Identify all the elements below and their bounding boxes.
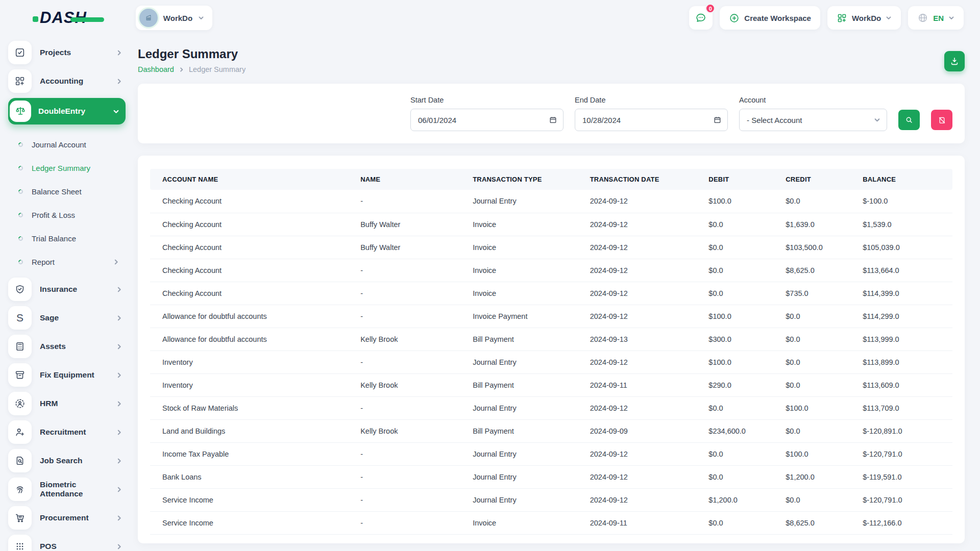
cell-transaction-date: 2024-09-11 (582, 511, 701, 534)
table-header-row: ACCOUNT NAME NAME TRANSACTION TYPE TRANS… (150, 169, 952, 190)
search-button[interactable] (898, 110, 920, 130)
cell-debit: $0.0 (700, 213, 777, 236)
cell-account-name: Checking Account (150, 213, 352, 236)
cell-name: - (352, 190, 464, 213)
cell-debit: $100.0 (700, 350, 777, 373)
chevron-right-icon (116, 78, 122, 85)
dots-grid-icon (8, 535, 32, 551)
cell-credit: $0.0 (777, 190, 854, 213)
cell-transaction-type: Journal Entry (464, 488, 582, 511)
sidebar-item-label: POS (40, 542, 116, 551)
building-icon (143, 13, 154, 23)
sidebar-subitem-ledger-summary[interactable]: Ledger Summary (8, 156, 126, 180)
sidebar-item-label: Job Search (40, 456, 116, 465)
sidebar-item-assets[interactable]: Assets (8, 335, 126, 358)
cart-icon (8, 506, 32, 530)
chevron-right-icon (116, 515, 122, 521)
messages-button[interactable]: 0 (689, 6, 713, 30)
cell-balance: $-120,791.0 (854, 442, 952, 465)
sidebar-item-procurement[interactable]: Procurement (8, 506, 126, 530)
cell-transaction-type: Invoice Payment (464, 305, 582, 328)
sidebar-subitem-trial-balance[interactable]: Trial Balance (8, 227, 126, 250)
table-row: Income Tax Payable - Journal Entry 2024-… (150, 442, 952, 465)
sidebar-item-label: Fix Equipment (40, 370, 116, 380)
start-date-label: Start Date (410, 96, 564, 104)
chevron-down-icon (874, 117, 880, 123)
sidebar-item-label: Accounting (40, 77, 116, 86)
account-select[interactable]: - Select Account (739, 109, 887, 131)
sidebar-subitem-journal-account[interactable]: Journal Account (8, 133, 126, 156)
end-date-input[interactable] (575, 109, 728, 131)
chevron-right-icon (113, 259, 119, 265)
sidebar-subitem-report[interactable]: Report (8, 250, 126, 273)
bullet-icon (17, 235, 24, 242)
chevron-right-icon (116, 49, 122, 56)
table-row: Bank Loans - Journal Entry 2024-09-12 $0… (150, 465, 952, 488)
sidebar-subitem-profit-loss[interactable]: Profit & Loss (8, 203, 126, 227)
cell-account-name: Income Tax Payable (150, 442, 352, 465)
account-field: Account - Select Account (739, 96, 887, 131)
sidebar-subitem-balance-sheet[interactable]: Balance Sheet (8, 180, 126, 203)
chevron-right-icon (116, 543, 122, 550)
sidebar-item-projects[interactable]: Projects (8, 41, 126, 64)
cell-transaction-type: Invoice (464, 213, 582, 236)
logo-green-bar (70, 17, 104, 22)
sidebar-item-doubleentry[interactable]: DoubleEntry (8, 98, 126, 124)
col-credit: CREDIT (777, 169, 854, 190)
cell-transaction-date: 2024-09-12 (582, 236, 701, 259)
cell-transaction-type: Journal Entry (464, 465, 582, 488)
sidebar-item-pos[interactable]: POS (8, 535, 126, 551)
cell-credit: $8,625.0 (777, 259, 854, 282)
cell-balance: $-119,591.0 (854, 465, 952, 488)
cell-debit: $0.0 (700, 259, 777, 282)
cell-account-name: Checking Account (150, 282, 352, 305)
cell-credit: $100.0 (777, 396, 854, 419)
sidebar-subitem-label: Ledger Summary (32, 164, 126, 172)
sidebar-item-sage[interactable]: S Sage (8, 306, 126, 330)
workspace-selector[interactable]: WorkDo (136, 6, 212, 30)
chevron-right-icon (116, 343, 122, 350)
cell-name: Kelly Brook (352, 373, 464, 396)
cell-transaction-type: Bill Payment (464, 373, 582, 396)
cell-balance: $-112,166.0 (854, 511, 952, 534)
page-title: Ledger Summary (138, 47, 246, 61)
download-button[interactable] (944, 51, 965, 71)
cell-name: Kelly Brook (352, 328, 464, 350)
grid-plus-icon (8, 69, 32, 93)
language-selector[interactable]: EN (908, 6, 964, 30)
logo-dot (33, 16, 38, 22)
search-icon (904, 115, 914, 124)
sidebar-item-biometric-attendance[interactable]: Biometric Attendance (8, 478, 126, 501)
sidebar-item-job-search[interactable]: Job Search (8, 449, 126, 472)
breadcrumb-dashboard-link[interactable]: Dashboard (138, 65, 174, 73)
start-date-input[interactable] (410, 109, 564, 131)
cell-debit: $0.0 (700, 236, 777, 259)
cell-credit: $0.0 (777, 373, 854, 396)
cell-balance: $105,039.0 (854, 236, 952, 259)
filter-panel: Start Date End Date Account - Select Acc… (138, 84, 965, 143)
cell-transaction-date: 2024-09-12 (582, 282, 701, 305)
sidebar-item-insurance[interactable]: Insurance (8, 278, 126, 301)
cell-transaction-type: Invoice (464, 259, 582, 282)
cell-account-name: Checking Account (150, 190, 352, 213)
sidebar-item-recruitment[interactable]: Recruitment (8, 420, 126, 444)
cell-transaction-type: Journal Entry (464, 190, 582, 213)
sidebar-item-hrm[interactable]: HRM (8, 392, 126, 415)
workdo-menu-button[interactable]: WorkDo (827, 6, 901, 30)
app-logo: DASH (33, 9, 87, 27)
create-workspace-button[interactable]: Create Workspace (720, 6, 820, 30)
chevron-right-icon (116, 372, 122, 379)
cell-credit: $8,625.0 (777, 511, 854, 534)
cell-credit: $0.0 (777, 488, 854, 511)
sidebar-item-accounting[interactable]: Accounting (8, 69, 126, 93)
cell-debit: $300.0 (700, 328, 777, 350)
person-dashed-circle-icon (8, 392, 32, 415)
chevron-right-icon (116, 458, 122, 464)
sidebar-item-fix-equipment[interactable]: Fix Equipment (8, 363, 126, 387)
cell-transaction-date: 2024-09-12 (582, 396, 701, 419)
col-name: NAME (352, 169, 464, 190)
breadcrumb: Dashboard Ledger Summary (138, 65, 246, 73)
cell-transaction-type: Invoice (464, 282, 582, 305)
cell-credit: $0.0 (777, 350, 854, 373)
reset-filter-button[interactable] (931, 110, 952, 130)
